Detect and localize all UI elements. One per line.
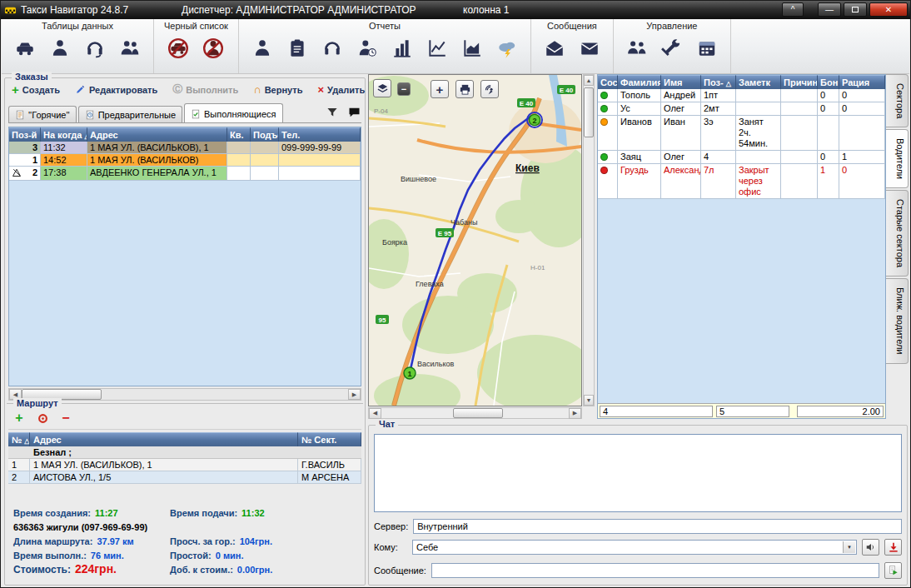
delete-order-button[interactable]: ×Удалить <box>317 83 365 96</box>
scroll-thumb[interactable] <box>584 87 594 137</box>
chevron-down-icon[interactable]: ▼ <box>843 541 855 553</box>
scroll-right-arrow[interactable]: ▶ <box>348 389 361 400</box>
execute-order-button[interactable]: ⒸВыполнить <box>172 82 238 97</box>
tab-preliminary-orders[interactable]: Предварительные <box>78 106 182 122</box>
orders-h-scrollbar[interactable]: ◀ ▶ <box>8 388 361 401</box>
edit-order-button[interactable]: Редактировать <box>75 84 157 95</box>
map-satellite-button[interactable] <box>480 80 499 98</box>
clients-table-button[interactable] <box>47 34 73 62</box>
tab-old-sectors[interactable]: Старые сектора <box>886 190 909 277</box>
return-order-button[interactable]: ∩Вернуть <box>253 83 302 96</box>
order-row[interactable]: 1 14:52 1 МАЯ УЛ. (ВАСИЛЬКОВ) <box>9 154 361 167</box>
message-input[interactable] <box>431 563 879 578</box>
driver-row[interactable]: Тополь Андрей 1пт 0 0 <box>598 89 885 102</box>
route-marker-end[interactable]: 2 <box>527 112 542 127</box>
report-clients-button[interactable] <box>249 34 276 62</box>
message-row: Сообщение: <box>374 562 902 579</box>
close-button[interactable]: ✕ <box>869 2 908 17</box>
driver-row[interactable]: Груздь Александр 7л Закрыт через офис 1 … <box>598 164 885 199</box>
col-when: На когда△ <box>41 127 87 142</box>
driver-row[interactable]: Заяц Олег 4 0 1 <box>598 151 885 164</box>
map-layers-button[interactable] <box>373 79 391 97</box>
scroll-left-arrow[interactable]: ◀ <box>369 408 381 419</box>
scroll-down-arrow[interactable]: ▼ <box>584 395 594 406</box>
maximize-button[interactable] <box>844 2 867 17</box>
server-field[interactable] <box>413 519 902 534</box>
order-chat-button[interactable] <box>346 105 361 120</box>
route-row[interactable]: 1 1 МАЯ УЛ. (ВАСИЛЬКОВ), 1 Г.ВАСИЛЬ <box>8 459 361 471</box>
route-row[interactable]: 2 АИСТОВА УЛ., 1/5 М АРСЕНА <box>8 471 361 484</box>
report-shift-button[interactable] <box>354 34 381 62</box>
map-print-button[interactable] <box>456 80 474 98</box>
road-badge-95: 95 <box>376 315 389 324</box>
right-side-tabs: Сектора Водители Старые сектора Ближ. во… <box>886 74 909 419</box>
speaker-icon <box>865 541 877 553</box>
settings-button[interactable] <box>659 34 685 62</box>
blacklist-cars-button[interactable] <box>165 34 192 62</box>
report-graph-button[interactable] <box>424 34 451 62</box>
orders-table-header[interactable]: Поз-й На когда△ Адрес Кв. Подъе Тел. <box>9 127 361 142</box>
route-target-button[interactable] <box>35 411 50 426</box>
scroll-right-arrow[interactable]: ▶ <box>569 408 581 419</box>
route-group-row[interactable]: Безнал ; <box>8 446 361 459</box>
schedule-button[interactable] <box>694 34 720 62</box>
blacklist-clients-button[interactable] <box>200 34 227 62</box>
minimize-button[interactable]: — <box>818 2 841 17</box>
report-stats-button[interactable] <box>389 34 416 62</box>
scroll-up-arrow[interactable]: ▲ <box>584 75 594 86</box>
filter-button[interactable] <box>325 105 340 120</box>
route-toolbar: + − <box>12 411 73 426</box>
report-orders-button[interactable] <box>284 34 311 62</box>
driver-row[interactable]: Ус Олег 2мт 0 0 <box>598 102 885 116</box>
driver-row[interactable]: Иванов Иван 3э Занят 2ч. 54мин. <box>598 116 885 151</box>
route-table-header[interactable]: №△ Адрес № Сект. <box>8 432 361 446</box>
order-row[interactable]: 3 11:32 1 МАЯ УЛ. (ВАСИЛЬКОВ), 1 099-999… <box>9 142 361 154</box>
weather-button[interactable] <box>494 34 520 62</box>
tab-drivers[interactable]: Водители <box>886 129 909 188</box>
scroll-thumb[interactable] <box>453 408 503 418</box>
orders-tab-tools <box>325 105 361 122</box>
report-area-button[interactable] <box>459 34 485 62</box>
dispatchers-table-button[interactable] <box>82 34 108 62</box>
send-message-button[interactable] <box>884 562 902 579</box>
mail-icon <box>579 37 600 59</box>
mail-open-button[interactable] <box>541 34 568 62</box>
tab-sectors[interactable]: Сектора <box>886 74 909 127</box>
report-dispatchers-button[interactable] <box>319 34 346 62</box>
map-canvas[interactable]: E 95 95 E 40 E 40 Р-04 Н-01 Вишн <box>368 74 582 406</box>
cars-table-button[interactable] <box>12 34 38 62</box>
map-v-scrollbar[interactable]: ▲ ▼ <box>583 74 595 406</box>
tab-executing-orders[interactable]: Выполняющиеся <box>184 103 283 122</box>
svg-text:2: 2 <box>532 117 536 125</box>
pencil-icon <box>75 84 86 95</box>
map-h-scrollbar[interactable]: ◀ ▶ <box>368 407 582 419</box>
map-label-vishnevoe: Вишневое <box>401 175 436 183</box>
map-zoom-out-button[interactable]: − <box>397 82 411 96</box>
users-admin-button[interactable] <box>624 34 650 62</box>
mail-button[interactable] <box>576 34 603 62</box>
drivers-table-button[interactable] <box>117 34 143 62</box>
col-addr: Адрес <box>30 432 298 446</box>
drivers-table-header[interactable]: Сос Фамилия Имя Поз-△ Заметк Причин Бон … <box>598 75 885 89</box>
map-zoom-in-button[interactable]: + <box>431 80 449 98</box>
route-remove-button[interactable]: − <box>58 411 73 426</box>
tab-hot-orders[interactable]: ''Горячие'' <box>8 106 77 122</box>
title-bar[interactable]: Такси Навигатор 24.8.7 Диспетчер: АДМИНИ… <box>1 1 910 19</box>
plus-icon: + <box>12 86 19 94</box>
recipient-combo[interactable]: Себе ▼ <box>412 540 857 555</box>
chat-history-area[interactable] <box>374 434 902 512</box>
collapse-ribbon-button[interactable]: ^ <box>782 2 804 17</box>
tab-nearest-drivers[interactable]: Ближ. водители <box>886 278 909 364</box>
save-chat-button[interactable] <box>884 539 902 556</box>
route-marker-start[interactable]: 1 <box>404 367 416 379</box>
map-panel: E 95 95 E 40 E 40 Р-04 Н-01 Вишн <box>368 74 595 419</box>
route-add-button[interactable]: + <box>12 411 27 426</box>
orders-tabs: ''Горячие'' Предварительные Выполняющиес… <box>8 103 361 123</box>
order-row[interactable]: 2 17:38 АВДЕЕНКО ГЕНЕРАЛА УЛ., 1 <box>9 167 361 181</box>
sound-button[interactable] <box>862 539 879 556</box>
chat-panel: Чат Сервер: Кому: Себе ▼ Сообщение: <box>368 425 908 586</box>
create-order-button[interactable]: +Создать <box>12 85 60 95</box>
plus-icon: + <box>15 411 22 426</box>
exec-time: 76 мин. <box>91 549 124 563</box>
route-info: Время создания:11:27 Время подачи:11:32 … <box>8 504 361 581</box>
